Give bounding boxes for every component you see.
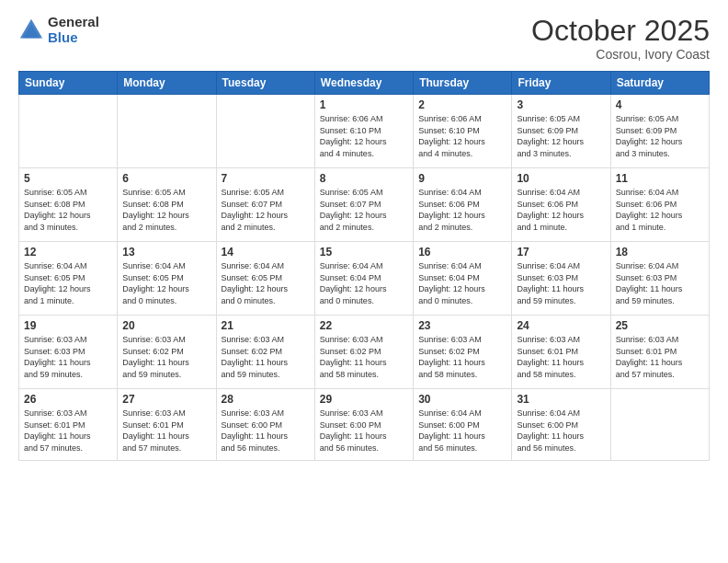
day-info: Sunrise: 6:03 AM Sunset: 6:00 PM Dayligh… [320,408,408,454]
day-info: Sunrise: 6:04 AM Sunset: 6:06 PM Dayligh… [517,187,605,233]
day-number: 11 [616,172,704,185]
week-row-2: 12Sunrise: 6:04 AM Sunset: 6:05 PM Dayli… [19,242,710,316]
month-title: October 2025 [531,15,710,47]
day-number: 2 [418,98,506,111]
calendar-cell: 1Sunrise: 6:06 AM Sunset: 6:10 PM Daylig… [314,95,413,168]
day-number: 5 [24,172,112,185]
calendar-cell [216,95,314,168]
day-number: 29 [320,393,408,406]
day-info: Sunrise: 6:03 AM Sunset: 6:02 PM Dayligh… [122,334,210,380]
calendar-cell: 7Sunrise: 6:05 AM Sunset: 6:07 PM Daylig… [216,168,314,242]
calendar-cell: 8Sunrise: 6:05 AM Sunset: 6:07 PM Daylig… [314,168,413,242]
day-info: Sunrise: 6:06 AM Sunset: 6:10 PM Dayligh… [418,113,506,159]
day-number: 13 [122,246,210,259]
calendar-cell: 31Sunrise: 6:04 AM Sunset: 6:00 PM Dayli… [512,389,610,461]
day-info: Sunrise: 6:05 AM Sunset: 6:08 PM Dayligh… [24,187,112,233]
day-info: Sunrise: 6:04 AM Sunset: 6:03 PM Dayligh… [616,260,704,306]
calendar-cell: 13Sunrise: 6:04 AM Sunset: 6:05 PM Dayli… [118,242,216,316]
calendar-cell: 4Sunrise: 6:05 AM Sunset: 6:09 PM Daylig… [610,95,709,168]
day-number: 18 [616,246,704,259]
calendar-cell: 22Sunrise: 6:03 AM Sunset: 6:02 PM Dayli… [314,316,413,389]
day-number: 23 [418,319,506,332]
day-info: Sunrise: 6:03 AM Sunset: 6:01 PM Dayligh… [122,408,210,454]
day-info: Sunrise: 6:04 AM Sunset: 6:06 PM Dayligh… [418,187,506,233]
header-monday: Monday [118,72,216,95]
day-info: Sunrise: 6:04 AM Sunset: 6:05 PM Dayligh… [122,260,210,306]
day-info: Sunrise: 6:04 AM Sunset: 6:04 PM Dayligh… [418,260,506,306]
header-friday: Friday [512,72,610,95]
day-info: Sunrise: 6:03 AM Sunset: 6:00 PM Dayligh… [222,408,310,454]
day-number: 19 [24,319,112,332]
day-info: Sunrise: 6:04 AM Sunset: 6:06 PM Dayligh… [616,187,704,233]
day-info: Sunrise: 6:03 AM Sunset: 6:02 PM Dayligh… [222,334,310,380]
calendar-cell: 27Sunrise: 6:03 AM Sunset: 6:01 PM Dayli… [118,389,216,461]
header-wednesday: Wednesday [314,72,413,95]
day-info: Sunrise: 6:03 AM Sunset: 6:02 PM Dayligh… [418,334,506,380]
location: Cosrou, Ivory Coast [531,47,710,62]
day-info: Sunrise: 6:05 AM Sunset: 6:07 PM Dayligh… [320,187,408,233]
day-info: Sunrise: 6:03 AM Sunset: 6:03 PM Dayligh… [24,334,112,380]
calendar-cell: 2Sunrise: 6:06 AM Sunset: 6:10 PM Daylig… [414,95,512,168]
title-block: October 2025 Cosrou, Ivory Coast [531,15,710,62]
day-number: 9 [418,172,506,185]
day-number: 7 [222,172,310,185]
calendar-cell: 26Sunrise: 6:03 AM Sunset: 6:01 PM Dayli… [19,389,118,461]
page: General Blue October 2025 Cosrou, Ivory … [0,0,728,563]
day-info: Sunrise: 6:04 AM Sunset: 6:05 PM Dayligh… [24,260,112,306]
day-number: 6 [122,172,210,185]
logo-text: General Blue [48,15,99,45]
day-number: 28 [222,393,310,406]
header-thursday: Thursday [414,72,512,95]
day-info: Sunrise: 6:03 AM Sunset: 6:02 PM Dayligh… [320,334,408,380]
day-number: 30 [418,393,506,406]
week-row-0: 1Sunrise: 6:06 AM Sunset: 6:10 PM Daylig… [19,95,710,168]
day-number: 4 [616,98,704,111]
day-number: 10 [517,172,605,185]
day-info: Sunrise: 6:03 AM Sunset: 6:01 PM Dayligh… [517,334,605,380]
day-number: 12 [24,246,112,259]
calendar-cell: 21Sunrise: 6:03 AM Sunset: 6:02 PM Dayli… [216,316,314,389]
day-number: 26 [24,393,112,406]
day-info: Sunrise: 6:06 AM Sunset: 6:10 PM Dayligh… [320,113,408,159]
header-tuesday: Tuesday [216,72,314,95]
calendar-cell: 3Sunrise: 6:05 AM Sunset: 6:09 PM Daylig… [512,95,610,168]
day-number: 21 [222,319,310,332]
day-number: 16 [418,246,506,259]
calendar-cell: 5Sunrise: 6:05 AM Sunset: 6:08 PM Daylig… [19,168,118,242]
day-info: Sunrise: 6:05 AM Sunset: 6:09 PM Dayligh… [517,113,605,159]
day-number: 14 [222,246,310,259]
calendar-cell: 11Sunrise: 6:04 AM Sunset: 6:06 PM Dayli… [610,168,709,242]
calendar-cell: 30Sunrise: 6:04 AM Sunset: 6:00 PM Dayli… [414,389,512,461]
calendar-cell: 14Sunrise: 6:04 AM Sunset: 6:05 PM Dayli… [216,242,314,316]
calendar-cell: 9Sunrise: 6:04 AM Sunset: 6:06 PM Daylig… [414,168,512,242]
day-info: Sunrise: 6:04 AM Sunset: 6:03 PM Dayligh… [517,260,605,306]
weekday-header-row: Sunday Monday Tuesday Wednesday Thursday… [19,72,710,95]
day-info: Sunrise: 6:05 AM Sunset: 6:09 PM Dayligh… [616,113,704,159]
calendar-cell [19,95,118,168]
day-number: 1 [320,98,408,111]
calendar-cell: 6Sunrise: 6:05 AM Sunset: 6:08 PM Daylig… [118,168,216,242]
header-sunday: Sunday [19,72,118,95]
calendar-cell: 28Sunrise: 6:03 AM Sunset: 6:00 PM Dayli… [216,389,314,461]
calendar-cell: 16Sunrise: 6:04 AM Sunset: 6:04 PM Dayli… [414,242,512,316]
day-number: 25 [616,319,704,332]
day-number: 27 [122,393,210,406]
calendar-cell: 17Sunrise: 6:04 AM Sunset: 6:03 PM Dayli… [512,242,610,316]
week-row-3: 19Sunrise: 6:03 AM Sunset: 6:03 PM Dayli… [19,316,710,389]
day-number: 20 [122,319,210,332]
calendar-cell: 10Sunrise: 6:04 AM Sunset: 6:06 PM Dayli… [512,168,610,242]
logo-blue-text: Blue [48,30,99,46]
day-number: 22 [320,319,408,332]
calendar-cell: 15Sunrise: 6:04 AM Sunset: 6:04 PM Dayli… [314,242,413,316]
week-row-4: 26Sunrise: 6:03 AM Sunset: 6:01 PM Dayli… [19,389,710,461]
day-info: Sunrise: 6:04 AM Sunset: 6:04 PM Dayligh… [320,260,408,306]
calendar-cell: 19Sunrise: 6:03 AM Sunset: 6:03 PM Dayli… [19,316,118,389]
calendar-cell: 18Sunrise: 6:04 AM Sunset: 6:03 PM Dayli… [610,242,709,316]
day-info: Sunrise: 6:04 AM Sunset: 6:00 PM Dayligh… [517,408,605,454]
calendar-cell: 20Sunrise: 6:03 AM Sunset: 6:02 PM Dayli… [118,316,216,389]
calendar-cell: 24Sunrise: 6:03 AM Sunset: 6:01 PM Dayli… [512,316,610,389]
day-info: Sunrise: 6:05 AM Sunset: 6:07 PM Dayligh… [222,187,310,233]
calendar-cell: 12Sunrise: 6:04 AM Sunset: 6:05 PM Dayli… [19,242,118,316]
day-number: 8 [320,172,408,185]
week-row-1: 5Sunrise: 6:05 AM Sunset: 6:08 PM Daylig… [19,168,710,242]
